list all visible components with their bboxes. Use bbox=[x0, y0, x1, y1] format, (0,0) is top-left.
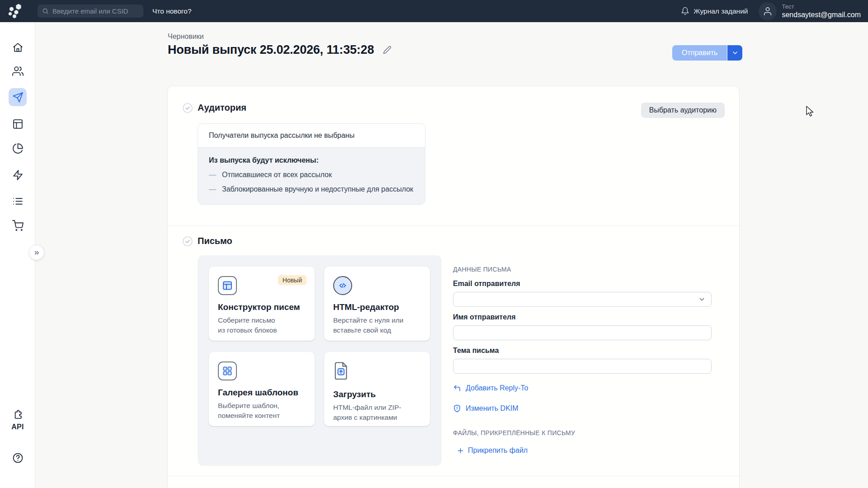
card-subtitle: Верстайте с нуля или вставьте свой код bbox=[333, 315, 421, 335]
letter-heading: Письмо bbox=[198, 236, 232, 246]
topbar: Что нового? Журнал заданий Тест sendsayt… bbox=[0, 0, 868, 22]
edit-dkim-link[interactable]: Изменить DKIM bbox=[453, 404, 519, 413]
attach-file-label: Прикрепить файл bbox=[468, 446, 528, 455]
shield-alert-icon bbox=[453, 404, 461, 413]
gallery-icon bbox=[218, 361, 237, 380]
sidebar-expand-button[interactable] bbox=[29, 245, 44, 260]
sidebar-item-home[interactable] bbox=[9, 38, 27, 56]
section-divider bbox=[168, 476, 739, 476]
sender-email-select[interactable] bbox=[453, 292, 712, 307]
recipients-box: Получатели выпуска рассылки не выбраны И… bbox=[198, 123, 425, 205]
recipients-empty-notice: Получатели выпуска рассылки не выбраны bbox=[198, 124, 425, 147]
attach-file-link[interactable]: Прикрепить файл bbox=[457, 446, 528, 455]
sidebar-item-statistics[interactable] bbox=[9, 139, 27, 157]
sidebar-item-layout[interactable] bbox=[9, 115, 27, 133]
add-reply-to-label: Добавить Reply-To bbox=[466, 384, 528, 392]
card-title: HTML-редактор bbox=[333, 302, 421, 312]
page-title: Новый выпуск 25.02.2026, 11:35:28 bbox=[168, 43, 374, 57]
audience-step-check-icon bbox=[183, 103, 193, 115]
select-audience-button[interactable]: Выбрать аудиторию bbox=[641, 103, 725, 118]
code-icon bbox=[333, 276, 352, 295]
sidebar-item-help[interactable] bbox=[9, 449, 27, 467]
sidebar-item-contacts[interactable] bbox=[9, 62, 27, 80]
chevrons-right-icon bbox=[33, 249, 40, 256]
send-split-button: Отправить bbox=[672, 45, 742, 61]
attached-files-label: ФАЙЛЫ, ПРИКРЕПЛЁННЫЕ К ПИСЬМУ bbox=[453, 429, 712, 436]
sidebar-item-campaigns[interactable] bbox=[9, 88, 27, 106]
excluded-block: Из выпуска будут исключены: — Отписавшие… bbox=[198, 147, 425, 204]
letter-type-html-editor[interactable]: HTML-редактор Верстайте с нуля или встав… bbox=[324, 267, 430, 341]
breadcrumb[interactable]: Черновики bbox=[168, 33, 204, 41]
excluded-item: — Заблокированные вручную и недоступные … bbox=[209, 185, 414, 193]
excluded-title: Из выпуска будут исключены: bbox=[209, 156, 414, 164]
excluded-item: — Отписавшиеся от всех рассылок bbox=[209, 171, 414, 179]
chevron-down-icon bbox=[731, 49, 739, 56]
user-name: Тест bbox=[782, 3, 861, 10]
card-title: Конструктор писем bbox=[218, 302, 306, 312]
send-options-button[interactable] bbox=[727, 45, 742, 61]
audience-heading: Аудитория bbox=[198, 103, 246, 113]
pencil-icon bbox=[383, 46, 392, 54]
card-title: Загрузить bbox=[333, 389, 421, 399]
letter-type-panel: Новый Конструктор писем Соберите письмо … bbox=[198, 255, 442, 466]
help-icon bbox=[12, 452, 24, 464]
mouse-cursor bbox=[805, 105, 815, 120]
search-input[interactable] bbox=[52, 7, 139, 15]
home-icon bbox=[12, 42, 24, 53]
plus-icon bbox=[457, 447, 464, 455]
letter-step-check-icon bbox=[183, 236, 193, 248]
card-subtitle: HTML-файл или ZIP- архив с картинками bbox=[333, 403, 421, 422]
add-reply-to-link[interactable]: Добавить Reply-To bbox=[453, 384, 528, 392]
send-icon bbox=[12, 92, 24, 103]
user-menu[interactable]: Тест sendsaytest@gmail.com bbox=[759, 2, 861, 20]
send-button[interactable]: Отправить bbox=[672, 45, 727, 61]
excluded-item-text: Заблокированные вручную и недоступные дл… bbox=[222, 185, 413, 193]
avatar bbox=[759, 2, 777, 20]
chevron-down-icon bbox=[698, 296, 706, 303]
layout-icon bbox=[12, 118, 24, 130]
subject-input[interactable] bbox=[453, 359, 712, 374]
dash: — bbox=[209, 171, 216, 179]
list-icon bbox=[12, 196, 24, 207]
user-email: sendsaytest@gmail.com bbox=[782, 10, 861, 19]
edit-title-button[interactable] bbox=[383, 46, 392, 54]
sidebar-item-api[interactable]: API bbox=[9, 418, 27, 436]
cart-icon bbox=[12, 220, 24, 231]
card-title: Галерея шаблонов bbox=[218, 388, 306, 398]
sender-email-label: Email отправителя bbox=[453, 280, 712, 288]
people-icon bbox=[12, 66, 24, 77]
tasks-journal-label: Журнал заданий bbox=[693, 7, 748, 15]
section-divider bbox=[168, 225, 739, 226]
topbar-search bbox=[38, 5, 143, 18]
search-icon bbox=[42, 8, 49, 14]
card-subtitle: Выберите шаблон, поменяйте контент bbox=[218, 401, 306, 421]
subject-label: Тема письма bbox=[453, 347, 712, 355]
sidebar-item-shop[interactable] bbox=[9, 216, 27, 235]
builder-icon bbox=[218, 276, 237, 295]
upload-icon bbox=[333, 361, 349, 380]
sidebar-item-lists[interactable] bbox=[9, 192, 27, 210]
topbar-right: Журнал заданий Тест sendsaytest@gmail.co… bbox=[681, 0, 861, 22]
reply-icon bbox=[453, 384, 461, 392]
letter-type-template-gallery[interactable]: Галерея шаблонов Выберите шаблон, поменя… bbox=[209, 352, 315, 426]
dash: — bbox=[209, 185, 216, 193]
letter-type-builder[interactable]: Новый Конструктор писем Соберите письмо … bbox=[209, 267, 315, 341]
excluded-item-text: Отписавшиеся от всех рассылок bbox=[222, 171, 332, 179]
tasks-journal-button[interactable]: Журнал заданий bbox=[681, 7, 748, 15]
whats-new-link[interactable]: Что нового? bbox=[152, 0, 192, 22]
new-badge: Новый bbox=[278, 275, 307, 285]
app: Что нового? Журнал заданий Тест sendsayt… bbox=[0, 0, 868, 488]
edit-dkim-label: Изменить DKIM bbox=[466, 404, 519, 413]
pie-chart-icon bbox=[12, 143, 24, 154]
sender-name-input[interactable] bbox=[453, 325, 712, 340]
sidebar-item-automation[interactable] bbox=[9, 166, 27, 184]
card-subtitle: Соберите письмо из готовых блоков bbox=[218, 315, 306, 335]
bell-icon bbox=[681, 7, 689, 15]
lightning-icon bbox=[12, 169, 24, 181]
api-label: API bbox=[11, 423, 24, 431]
letter-type-upload[interactable]: Загрузить HTML-файл или ZIP- архив с кар… bbox=[324, 352, 430, 426]
sendsay-logo-icon[interactable] bbox=[7, 3, 23, 21]
sender-name-label: Имя отправителя bbox=[453, 313, 712, 321]
campaign-card: Аудитория Выбрать аудиторию Получатели в… bbox=[167, 86, 740, 488]
letter-data-form: ДАННЫЕ ПИСЬМА Email отправителя Имя отпр… bbox=[453, 266, 712, 455]
